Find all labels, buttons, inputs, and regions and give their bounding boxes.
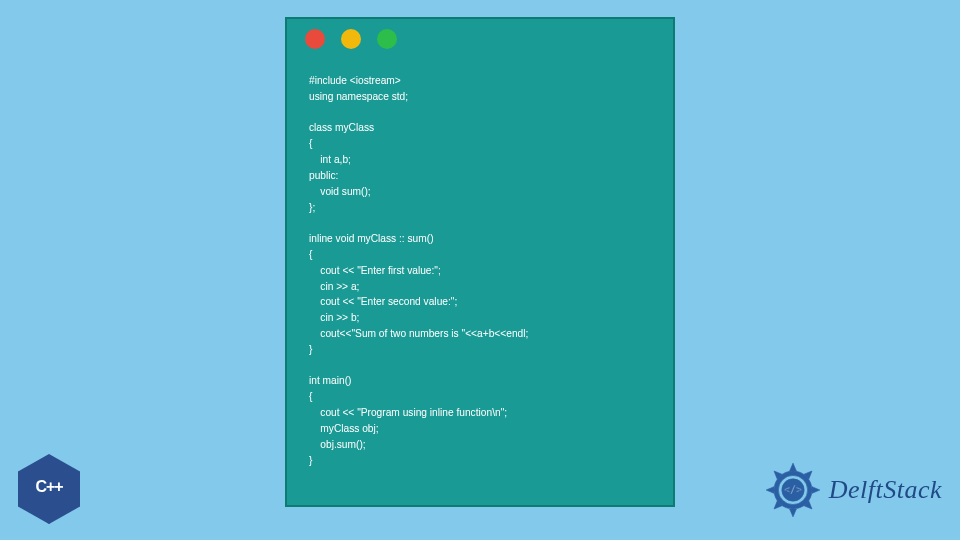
cpp-logo-icon: C++ xyxy=(18,454,80,524)
close-icon xyxy=(305,29,325,49)
window-titlebar xyxy=(287,19,673,59)
svg-marker-2 xyxy=(812,487,820,494)
code-window: #include <iostream> using namespace std;… xyxy=(285,17,675,507)
brand-name: DelftStack xyxy=(829,475,942,505)
svg-marker-4 xyxy=(789,509,796,517)
svg-marker-0 xyxy=(789,463,796,471)
minimize-icon xyxy=(341,29,361,49)
cpp-logo-label: C++ xyxy=(35,478,62,496)
brand-logo: </> DelftStack xyxy=(765,462,942,518)
svg-marker-6 xyxy=(766,487,774,494)
gear-icon: </> xyxy=(765,462,821,518)
code-block: #include <iostream> using namespace std;… xyxy=(287,59,673,478)
svg-text:</>: </> xyxy=(784,484,802,495)
maximize-icon xyxy=(377,29,397,49)
